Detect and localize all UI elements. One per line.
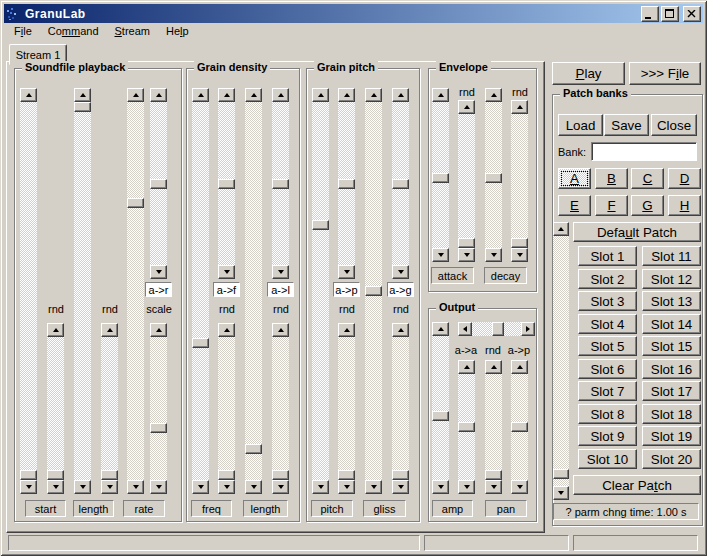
menu-stream[interactable]: Stream xyxy=(107,24,158,40)
scrollbar-thumb[interactable] xyxy=(485,470,502,480)
scrollbar-thumb[interactable] xyxy=(458,238,475,248)
play-button[interactable]: Play xyxy=(552,62,625,85)
scrollbar-freq-mod-source[interactable] xyxy=(218,88,235,279)
scrollbar-thumb[interactable] xyxy=(485,173,502,183)
scrollbar-thumb[interactable] xyxy=(20,470,37,480)
scroll-down-button[interactable] xyxy=(101,480,118,494)
scrollbar-decay[interactable] xyxy=(485,88,502,262)
scroll-down-button[interactable] xyxy=(485,480,502,494)
scrollbar-freq[interactable] xyxy=(192,88,209,494)
scrollbar-track[interactable] xyxy=(272,102,289,265)
scroll-up-button[interactable] xyxy=(365,88,382,102)
scrollbar-patch-list[interactable] xyxy=(553,222,569,500)
scroll-down-button[interactable] xyxy=(432,480,449,494)
slot-8-button[interactable]: Slot 8 xyxy=(578,404,637,424)
scrollbar-pitch[interactable] xyxy=(312,88,329,494)
scroll-down-button[interactable] xyxy=(272,265,289,279)
scrollbar-attack-rnd[interactable] xyxy=(458,100,475,262)
scroll-down-button[interactable] xyxy=(218,265,235,279)
scrollbar-rate-mod-source[interactable] xyxy=(150,88,167,279)
scrollbar-thumb[interactable] xyxy=(272,470,289,480)
menu-help[interactable]: Help xyxy=(158,24,197,40)
scroll-up-button[interactable] xyxy=(20,88,37,102)
scrollbar-track[interactable] xyxy=(472,322,521,336)
bank-button-g[interactable]: G xyxy=(631,195,664,216)
slot-2-button[interactable]: Slot 2 xyxy=(578,269,637,289)
scroll-down-button[interactable] xyxy=(432,248,449,262)
scrollbar-track[interactable] xyxy=(485,374,502,480)
scrollbar-thumb[interactable] xyxy=(192,338,209,348)
clear-patch-button[interactable]: Clear Patch xyxy=(573,475,701,495)
slot-3-button[interactable]: Slot 3 xyxy=(578,291,637,311)
slot-4-button[interactable]: Slot 4 xyxy=(578,314,637,334)
scrollbar-track[interactable] xyxy=(338,337,355,480)
slot-1-button[interactable]: Slot 1 xyxy=(578,246,637,266)
scrollbar-thumb[interactable] xyxy=(127,198,144,208)
slot-18-button[interactable]: Slot 18 xyxy=(642,404,701,424)
scrollbar-track[interactable] xyxy=(338,102,355,265)
scrollbar-thumb[interactable] xyxy=(245,444,262,454)
scrollbar-track[interactable] xyxy=(312,102,329,480)
slot-15-button[interactable]: Slot 15 xyxy=(642,336,701,356)
scrollbar-gliss-rnd[interactable] xyxy=(392,323,409,494)
slot-16-button[interactable]: Slot 16 xyxy=(642,359,701,379)
scroll-up-button[interactable] xyxy=(432,88,449,102)
slot-10-button[interactable]: Slot 10 xyxy=(578,449,637,469)
scroll-up-button[interactable] xyxy=(432,322,449,336)
scroll-down-button[interactable] xyxy=(150,265,167,279)
a-to-p-box[interactable]: a->p xyxy=(333,282,360,297)
scrollbar-thumb[interactable] xyxy=(150,423,167,433)
scrollbar-thumb[interactable] xyxy=(432,173,449,183)
scroll-up-button[interactable] xyxy=(150,88,167,102)
scroll-up-button[interactable] xyxy=(392,88,409,102)
scrollbar-track[interactable] xyxy=(511,374,528,480)
bank-button-a[interactable]: A xyxy=(558,168,591,189)
a-to-g-box[interactable]: a->g xyxy=(387,282,414,297)
scroll-down-button[interactable] xyxy=(458,480,475,494)
scroll-down-button[interactable] xyxy=(365,480,382,494)
scrollbar-rate-scale[interactable] xyxy=(150,323,167,494)
scrollbar-track[interactable] xyxy=(272,337,289,480)
scroll-up-button[interactable] xyxy=(150,323,167,337)
scrollbar-track[interactable] xyxy=(392,337,409,480)
scrollbar-track[interactable] xyxy=(432,102,449,248)
scroll-up-button[interactable] xyxy=(338,323,355,337)
scrollbar-thumb[interactable] xyxy=(392,470,409,480)
scroll-down-button[interactable] xyxy=(392,265,409,279)
scroll-down-button[interactable] xyxy=(150,480,167,494)
scroll-down-button[interactable] xyxy=(338,480,355,494)
scroll-up-button[interactable] xyxy=(218,88,235,102)
a-to-l-box[interactable]: a->l xyxy=(267,282,294,297)
save-button[interactable]: Save xyxy=(604,114,649,136)
scroll-down-button[interactable] xyxy=(511,248,528,262)
slot-5-button[interactable]: Slot 5 xyxy=(578,336,637,356)
scrollbar-thumb[interactable] xyxy=(392,179,409,189)
scrollbar-length-rnd[interactable] xyxy=(101,323,118,494)
scrollbar-output-rnd[interactable] xyxy=(485,360,502,494)
scrollbar-grain-length[interactable] xyxy=(245,88,262,494)
scroll-down-button[interactable] xyxy=(127,480,144,494)
scrollbar-attack[interactable] xyxy=(432,88,449,262)
menu-command[interactable]: Command xyxy=(40,24,107,40)
scroll-up-button[interactable] xyxy=(553,222,569,236)
scrollbar-amp-to-attack[interactable] xyxy=(458,360,475,494)
titlebar[interactable]: GranuLab xyxy=(4,4,703,23)
scrollbar-thumb[interactable] xyxy=(312,220,329,230)
a-to-r-box[interactable]: a->r xyxy=(145,282,172,297)
scrollbar-length[interactable] xyxy=(74,88,91,494)
slot-19-button[interactable]: Slot 19 xyxy=(642,426,701,446)
scrollbar-thumb[interactable] xyxy=(272,179,289,189)
scroll-up-button[interactable] xyxy=(392,323,409,337)
scrollbar-thumb[interactable] xyxy=(338,179,355,189)
scrollbar-thumb[interactable] xyxy=(511,422,528,432)
close-button[interactable] xyxy=(683,6,701,22)
slot-6-button[interactable]: Slot 6 xyxy=(578,359,637,379)
scrollbar-track[interactable] xyxy=(74,102,91,480)
scroll-up-button[interactable] xyxy=(312,88,329,102)
scrollbar-thumb[interactable] xyxy=(365,286,382,296)
scrollbar-thumb[interactable] xyxy=(553,469,569,479)
scrollbar-track[interactable] xyxy=(458,114,475,248)
scrollbar-grain-length-rnd[interactable] xyxy=(272,323,289,494)
scrollbar-thumb[interactable] xyxy=(338,470,355,480)
scrollbar-freq-rnd[interactable] xyxy=(218,323,235,494)
